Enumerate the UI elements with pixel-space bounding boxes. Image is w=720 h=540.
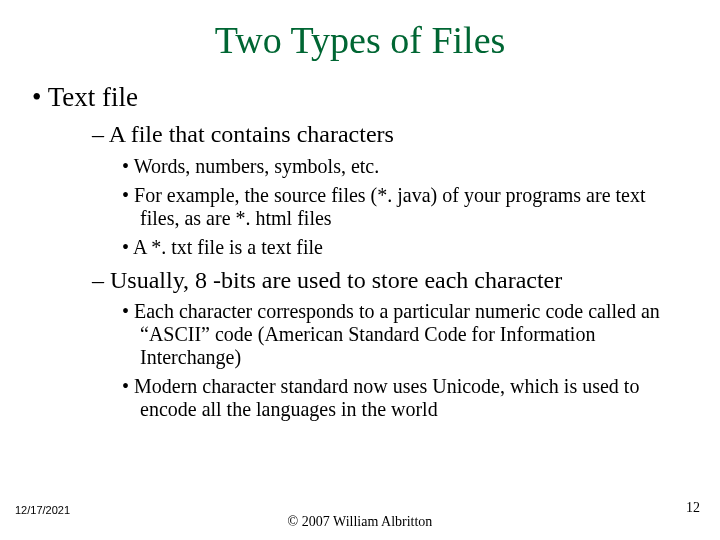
bullet-l2: Usually, 8 -bits are used to store each … [112, 267, 688, 295]
bullet-l3: Words, numbers, symbols, etc. [140, 155, 688, 178]
slide-content: Text file A file that contains character… [0, 62, 720, 421]
bullet-l2: A file that contains characters [112, 121, 688, 149]
l2-group: A file that contains characters Words, n… [92, 121, 688, 421]
bullet-l3: For example, the source files (*. java) … [140, 184, 688, 230]
bullet-l3: Modern character standard now uses Unico… [140, 375, 688, 421]
bullet-l3: Each character corresponds to a particul… [140, 300, 688, 369]
bullet-l3: A *. txt file is a text file [140, 236, 688, 259]
footer-page: 12 [686, 500, 700, 516]
slide-title: Two Types of Files [0, 0, 720, 62]
slide: Two Types of Files Text file A file that… [0, 0, 720, 540]
footer-copyright: © 2007 William Albritton [0, 514, 720, 530]
l3-group: Each character corresponds to a particul… [122, 300, 688, 421]
bullet-l1: Text file [50, 82, 688, 113]
l3-group: Words, numbers, symbols, etc. For exampl… [122, 155, 688, 259]
